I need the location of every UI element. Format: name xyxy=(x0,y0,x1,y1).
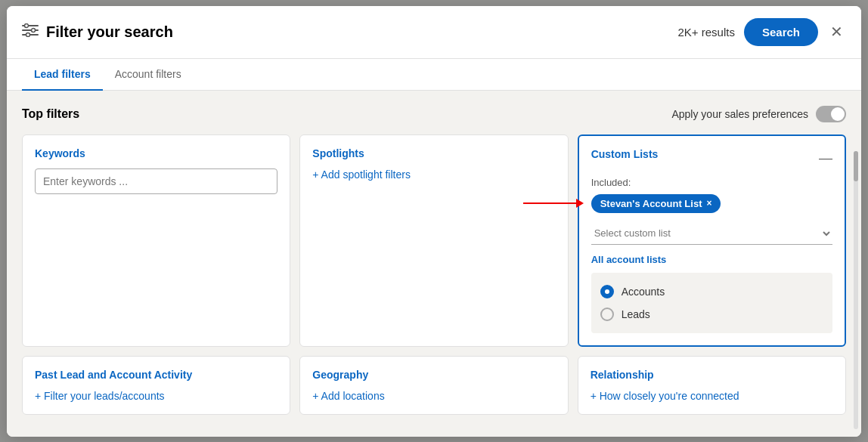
scrollbar-track[interactable] xyxy=(854,151,858,429)
top-filters-label: Top filters xyxy=(22,107,79,121)
top-filters-bar: Top filters Apply your sales preferences xyxy=(22,106,846,122)
tab-account-filters[interactable]: Account filters xyxy=(103,59,194,91)
search-button[interactable]: Search xyxy=(744,18,818,46)
custom-lists-title: Custom Lists xyxy=(591,148,659,160)
geography-card: Geography + Add locations xyxy=(299,356,568,415)
spotlights-title: Spotlights xyxy=(312,147,555,159)
add-spotlight-button[interactable]: + Add spotlight filters xyxy=(312,168,411,181)
keywords-card: Keywords xyxy=(22,134,290,347)
modal-overlay: Filter your search 2K+ results Search ✕ … xyxy=(0,0,868,442)
collapse-custom-lists-button[interactable]: — xyxy=(819,150,832,166)
radio-accounts-label: Accounts xyxy=(622,286,665,298)
geography-title: Geography xyxy=(312,369,555,381)
svg-point-4 xyxy=(32,28,36,32)
svg-point-5 xyxy=(26,32,30,36)
tag-label: Stevan's Account List xyxy=(600,198,702,209)
bottom-cards-row: Past Lead and Account Activity + Filter … xyxy=(22,356,846,415)
relationship-card: Relationship + How closely you're connec… xyxy=(578,356,846,415)
past-activity-title: Past Lead and Account Activity xyxy=(35,369,277,381)
keywords-input[interactable] xyxy=(35,168,277,194)
tag-container: Stevan's Account List × xyxy=(591,194,832,213)
add-geography-button[interactable]: + Add locations xyxy=(312,390,384,402)
radio-leads-label: Leads xyxy=(622,308,650,320)
header-right: 2K+ results Search ✕ xyxy=(677,18,846,46)
header-left: Filter your search xyxy=(22,23,173,41)
sales-prefs-label: Apply your sales preferences xyxy=(671,108,808,120)
spotlights-card: Spotlights + Add spotlight filters xyxy=(299,134,568,347)
arrow-head xyxy=(576,199,584,208)
radio-accounts-circle xyxy=(600,285,614,298)
radio-leads-circle xyxy=(600,308,614,321)
modal-body: Top filters Apply your sales preferences… xyxy=(7,91,861,437)
filter-cards-row: Keywords Spotlights + Add spotlight filt… xyxy=(22,134,846,347)
add-past-activity-button[interactable]: + Filter your leads/accounts xyxy=(35,390,165,402)
radio-leads[interactable]: Leads xyxy=(600,303,823,326)
filter-modal: Filter your search 2K+ results Search ✕ … xyxy=(7,6,861,437)
sales-prefs: Apply your sales preferences xyxy=(671,106,846,122)
radio-group: Accounts Leads xyxy=(591,273,832,333)
sales-prefs-toggle[interactable] xyxy=(816,106,846,122)
past-activity-card: Past Lead and Account Activity + Filter … xyxy=(22,356,290,415)
results-text: 2K+ results xyxy=(677,26,734,39)
modal-header: Filter your search 2K+ results Search ✕ xyxy=(7,6,861,59)
custom-lists-header: Custom Lists — xyxy=(591,148,832,169)
included-label: Included: xyxy=(591,177,832,188)
tab-lead-filters[interactable]: Lead filters xyxy=(22,59,103,91)
custom-lists-card: Custom Lists — Included: Stevan's Accoun… xyxy=(578,134,846,347)
keywords-title: Keywords xyxy=(35,147,277,159)
svg-point-3 xyxy=(25,23,29,27)
tabs-container: Lead filters Account filters xyxy=(7,59,861,91)
filter-icon xyxy=(22,23,39,41)
scrollbar-thumb[interactable] xyxy=(854,151,858,181)
modal-title: Filter your search xyxy=(46,23,173,41)
arrow-line xyxy=(523,202,576,204)
all-account-lists-link[interactable]: All account lists xyxy=(591,254,832,265)
stevan-account-list-tag: Stevan's Account List × xyxy=(591,194,721,213)
radio-accounts[interactable]: Accounts xyxy=(600,280,823,303)
close-button[interactable]: ✕ xyxy=(827,20,846,44)
arrow-annotation xyxy=(523,199,584,208)
add-relationship-button[interactable]: + How closely you're connected xyxy=(591,390,739,402)
relationship-title: Relationship xyxy=(591,369,833,381)
tag-remove-button[interactable]: × xyxy=(706,198,711,209)
select-custom-list[interactable]: Select custom list xyxy=(591,222,832,245)
